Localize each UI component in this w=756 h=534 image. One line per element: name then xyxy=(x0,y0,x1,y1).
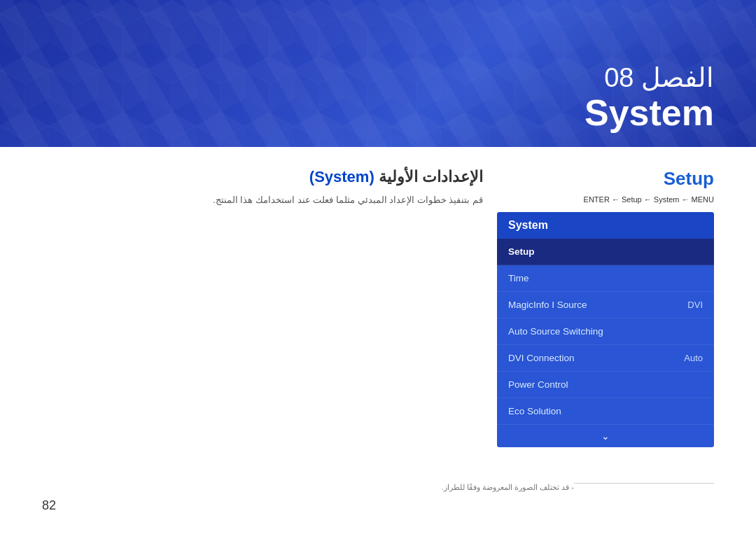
menu-item-magicinfo[interactable]: MagicInfo I Source DVI xyxy=(497,292,714,318)
page-number: 82 xyxy=(42,498,56,513)
menu-item-dvi-label: DVI Connection xyxy=(508,353,575,363)
left-section: الإعدادات الأولية (System) قم بتنفيذ خطو… xyxy=(42,168,497,447)
right-section: Setup ENTER ← Setup ← System ← MENU Syst… xyxy=(497,168,714,447)
menu-item-auto-source[interactable]: Auto Source Switching xyxy=(497,318,714,345)
header-text: الفصل 08 System xyxy=(584,62,714,133)
section-title-arabic: الإعدادات الأولية xyxy=(379,168,483,185)
menu-item-setup-label: Setup xyxy=(508,246,535,257)
main-content: الإعدادات الأولية (System) قم بتنفيذ خطو… xyxy=(0,147,756,461)
menu-item-magicinfo-label: MagicInfo I Source xyxy=(508,300,587,310)
chevron-down[interactable]: ⌄ xyxy=(497,425,714,447)
menu-item-dvi-connection[interactable]: DVI Connection Auto xyxy=(497,345,714,372)
header-banner: الفصل 08 System xyxy=(0,0,756,147)
menu-item-time[interactable]: Time xyxy=(497,265,714,292)
section-title-english: (System) xyxy=(309,168,374,185)
menu-item-dvi-value: Auto xyxy=(684,353,703,363)
menu-item-power-control[interactable]: Power Control xyxy=(497,372,714,398)
menu-item-eco-solution[interactable]: Eco Solution xyxy=(497,398,714,425)
chevron-down-icon: ⌄ xyxy=(601,430,610,442)
setup-label: Setup xyxy=(497,168,714,190)
menu-item-eco-label: Eco Solution xyxy=(508,406,561,416)
footer-note: - قد تختلف الصورة المعروضة وفقًا للطراز. xyxy=(442,483,714,492)
menu-item-setup[interactable]: Setup xyxy=(497,239,714,265)
menu-item-power-label: Power Control xyxy=(508,379,568,390)
section-description: قم بتنفيذ خطوات الإعداد المبدئي مثلما فع… xyxy=(42,193,483,208)
menu-item-auto-source-label: Auto Source Switching xyxy=(508,326,603,337)
page-title: System xyxy=(584,93,714,133)
menu-panel: System Setup Time MagicInfo I Source DVI… xyxy=(497,212,714,447)
section-title: الإعدادات الأولية (System) xyxy=(42,168,483,186)
menu-item-time-label: Time xyxy=(508,273,529,283)
breadcrumb: ENTER ← Setup ← System ← MENU xyxy=(497,195,714,204)
menu-item-magicinfo-value: DVI xyxy=(687,300,703,310)
chapter-label: الفصل 08 xyxy=(584,62,714,93)
menu-panel-header: System xyxy=(497,212,714,239)
footer-note-text: - قد تختلف الصورة المعروضة وفقًا للطراز. xyxy=(442,483,574,491)
